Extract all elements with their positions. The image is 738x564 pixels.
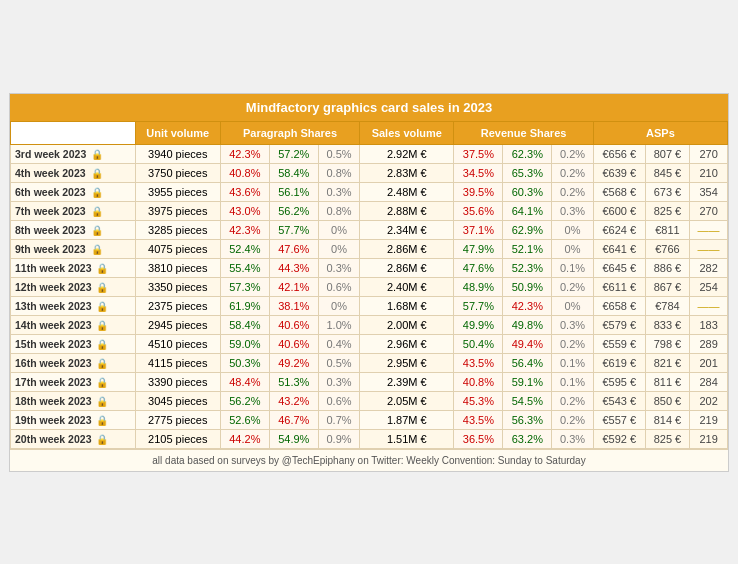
rev3-cell: 0.2% xyxy=(552,144,593,163)
para2-cell: 57.7% xyxy=(269,220,318,239)
rev3-cell: 0.1% xyxy=(552,372,593,391)
para1-cell: 52.6% xyxy=(220,410,269,429)
rev1-cell: 50.4% xyxy=(454,334,503,353)
asp2-cell: 845 € xyxy=(645,163,689,182)
table-row: 14th week 2023 🔒 2945 pieces 58.4% 40.6%… xyxy=(11,315,728,334)
asp1-cell: €658 € xyxy=(593,296,645,315)
asp3-cell: 219 xyxy=(690,429,728,448)
asp3-cell: 284 xyxy=(690,372,728,391)
asp1-cell: €645 € xyxy=(593,258,645,277)
para1-cell: 42.3% xyxy=(220,220,269,239)
para3-cell: 0.5% xyxy=(318,353,359,372)
rev3-cell: 0.2% xyxy=(552,334,593,353)
asp3-cell: —— xyxy=(690,239,728,258)
para2-cell: 54.9% xyxy=(269,429,318,448)
unit-cell: 3955 pieces xyxy=(135,182,220,201)
sales-cell: 2.34M € xyxy=(360,220,454,239)
rev2-cell: 56.4% xyxy=(503,353,552,372)
asp3-cell: —— xyxy=(690,220,728,239)
sales-cell: 2.92M € xyxy=(360,144,454,163)
sales-cell: 2.48M € xyxy=(360,182,454,201)
para3-cell: 0.3% xyxy=(318,258,359,277)
col-header-paragraph: Paragraph Shares xyxy=(220,121,359,144)
para3-cell: 0.3% xyxy=(318,372,359,391)
unit-cell: 3940 pieces xyxy=(135,144,220,163)
rev1-cell: 36.5% xyxy=(454,429,503,448)
col-header-sales: Sales volume xyxy=(360,121,454,144)
para3-cell: 0.5% xyxy=(318,144,359,163)
asp1-cell: €557 € xyxy=(593,410,645,429)
lock-icon: 🔒 xyxy=(91,244,103,255)
title-bar: Mindfactory graphics card sales in 2023 xyxy=(10,94,728,121)
sales-cell: 2.95M € xyxy=(360,353,454,372)
para2-cell: 57.2% xyxy=(269,144,318,163)
rev3-cell: 0.1% xyxy=(552,353,593,372)
para3-cell: 0% xyxy=(318,296,359,315)
asp1-cell: €656 € xyxy=(593,144,645,163)
unit-cell: 4510 pieces xyxy=(135,334,220,353)
para1-cell: 40.8% xyxy=(220,163,269,182)
asp2-cell: 814 € xyxy=(645,410,689,429)
week-cell: 18th week 2023 🔒 xyxy=(11,391,136,410)
rev3-cell: 0.3% xyxy=(552,429,593,448)
asp1-cell: €595 € xyxy=(593,372,645,391)
rev2-cell: 52.3% xyxy=(503,258,552,277)
table-row: 3rd week 2023 🔒 3940 pieces 42.3% 57.2% … xyxy=(11,144,728,163)
week-cell: 20th week 2023 🔒 xyxy=(11,429,136,448)
week-cell: 8th week 2023 🔒 xyxy=(11,220,136,239)
lock-icon: 🔒 xyxy=(91,206,103,217)
asp1-cell: €624 € xyxy=(593,220,645,239)
asp3-cell: —— xyxy=(690,296,728,315)
asp2-cell: 798 € xyxy=(645,334,689,353)
asp3-cell: 282 xyxy=(690,258,728,277)
asp2-cell: 673 € xyxy=(645,182,689,201)
table-row: 8th week 2023 🔒 3285 pieces 42.3% 57.7% … xyxy=(11,220,728,239)
asp1-cell: €639 € xyxy=(593,163,645,182)
asp3-cell: 202 xyxy=(690,391,728,410)
para3-cell: 0.8% xyxy=(318,163,359,182)
asp2-cell: 850 € xyxy=(645,391,689,410)
rev3-cell: 0.1% xyxy=(552,258,593,277)
asp1-cell: €592 € xyxy=(593,429,645,448)
sales-cell: 2.00M € xyxy=(360,315,454,334)
para1-cell: 57.3% xyxy=(220,277,269,296)
sales-cell: 2.83M € xyxy=(360,163,454,182)
lock-icon: 🔒 xyxy=(96,282,108,293)
rev3-cell: 0% xyxy=(552,220,593,239)
rev3-cell: 0.2% xyxy=(552,163,593,182)
lock-icon: 🔒 xyxy=(96,434,108,445)
para1-cell: 52.4% xyxy=(220,239,269,258)
asp2-cell: 821 € xyxy=(645,353,689,372)
rev2-cell: 65.3% xyxy=(503,163,552,182)
para3-cell: 0% xyxy=(318,239,359,258)
table-row: 11th week 2023 🔒 3810 pieces 55.4% 44.3%… xyxy=(11,258,728,277)
para3-cell: 0.3% xyxy=(318,182,359,201)
sales-cell: 2.86M € xyxy=(360,239,454,258)
sales-cell: 2.05M € xyxy=(360,391,454,410)
para2-cell: 42.1% xyxy=(269,277,318,296)
para3-cell: 0.7% xyxy=(318,410,359,429)
rev1-cell: 57.7% xyxy=(454,296,503,315)
asp1-cell: €641 € xyxy=(593,239,645,258)
para2-cell: 43.2% xyxy=(269,391,318,410)
rev2-cell: 52.1% xyxy=(503,239,552,258)
para2-cell: 40.6% xyxy=(269,315,318,334)
rev1-cell: 37.5% xyxy=(454,144,503,163)
asp3-cell: 219 xyxy=(690,410,728,429)
rev2-cell: 49.8% xyxy=(503,315,552,334)
sales-cell: 2.40M € xyxy=(360,277,454,296)
asp2-cell: 807 € xyxy=(645,144,689,163)
rev2-cell: 59.1% xyxy=(503,372,552,391)
asp2-cell: €811 xyxy=(645,220,689,239)
page-title: Mindfactory graphics card sales in 2023 xyxy=(246,100,492,115)
col-header-unit: Unit volume xyxy=(135,121,220,144)
asp3-cell: 354 xyxy=(690,182,728,201)
table-row: 19th week 2023 🔒 2775 pieces 52.6% 46.7%… xyxy=(11,410,728,429)
week-cell: 15th week 2023 🔒 xyxy=(11,334,136,353)
para1-cell: 50.3% xyxy=(220,353,269,372)
asp2-cell: 867 € xyxy=(645,277,689,296)
asp2-cell: 886 € xyxy=(645,258,689,277)
para3-cell: 0.6% xyxy=(318,391,359,410)
table-row: 17th week 2023 🔒 3390 pieces 48.4% 51.3%… xyxy=(11,372,728,391)
rev2-cell: 50.9% xyxy=(503,277,552,296)
